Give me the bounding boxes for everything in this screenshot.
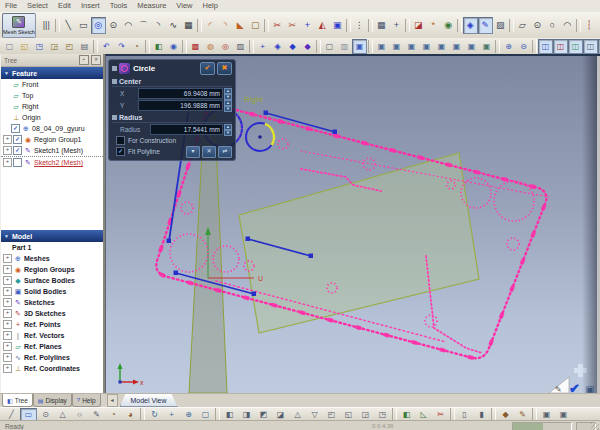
open-file-icon[interactable]: ◱	[17, 39, 32, 54]
more-tools-icon[interactable]: ⋮	[352, 17, 367, 34]
fitted-circle-2[interactable]	[246, 123, 274, 151]
zoom-fit-icon[interactable]: ◆	[285, 39, 300, 54]
show-surfaces-icon[interactable]: ▣	[404, 39, 419, 54]
tree-item-08-04-09-gyuru[interactable]: ✓⊕08_04_09_gyuru	[1, 123, 103, 134]
new-file-icon[interactable]: ▢	[2, 39, 17, 54]
tree-item-region-groups[interactable]: +◉Region Groups	[1, 264, 103, 275]
grid-convert-tool-icon[interactable]: ▦	[181, 17, 196, 34]
wireframe-mode-icon[interactable]: ▢	[322, 39, 337, 54]
fit-circle-tool-icon[interactable]: ⊙	[530, 17, 545, 34]
rectangle-tool-icon[interactable]: ▭	[76, 17, 91, 34]
menu-tools[interactable]: Tools	[105, 0, 133, 12]
center-circle-tool-icon[interactable]: ⊙	[106, 17, 121, 34]
display-mode-icon[interactable]: ◧	[151, 39, 166, 54]
region-filter-icon[interactable]: ◍	[203, 39, 218, 54]
arc-fillet-tool-icon[interactable]: ◝	[218, 17, 233, 34]
trim-tool-icon[interactable]: ✂	[270, 17, 285, 34]
fit-direction-icon[interactable]: ▾	[186, 146, 200, 158]
chamfer-tool-icon[interactable]: ◣	[233, 17, 248, 34]
mesh-filter-icon[interactable]: ▩	[188, 39, 203, 54]
curve-filter-icon[interactable]: ◎	[218, 39, 233, 54]
pencil-icon[interactable]: ✎	[555, 385, 562, 393]
show-mesh-icon[interactable]: ▣	[374, 39, 389, 54]
feature-section-header[interactable]: ▼ Feature	[1, 67, 103, 79]
tree-item-ref-coordinates[interactable]: +⊥Ref. Coordinates	[1, 363, 103, 374]
dynamic-select-icon[interactable]: ▣	[330, 17, 345, 34]
expander-icon[interactable]: +	[3, 146, 12, 155]
tree-panel-titlebar[interactable]: Tree ▪ ✕	[1, 54, 103, 67]
tree-item-solid-bodies[interactable]: +▣Solid Bodies	[1, 286, 103, 297]
expander-icon[interactable]: +	[3, 287, 12, 296]
visibility-checkbox[interactable]: ✓	[11, 124, 20, 133]
expander-icon[interactable]: +	[3, 265, 12, 274]
tree-item-ref-vectors[interactable]: +|Ref. Vectors	[1, 330, 103, 341]
radius-stepper[interactable]: ▲▼	[224, 124, 232, 135]
tree-item-top[interactable]: ▱Top	[1, 90, 103, 101]
tree-item-right[interactable]: ▱Right	[1, 101, 103, 112]
arc-tool-icon[interactable]: ◠	[121, 17, 136, 34]
expander-icon[interactable]: +	[3, 331, 12, 340]
shaded-mode-icon[interactable]: ▣	[352, 39, 367, 54]
selection-mode-icon[interactable]: |||	[39, 17, 54, 34]
zoom-out-icon[interactable]: ⊖	[516, 39, 531, 54]
expander-icon[interactable]: +	[3, 364, 12, 373]
tree-item-ref-planes[interactable]: +▱Ref. Planes	[1, 341, 103, 352]
convert-entities-icon[interactable]: ◪	[411, 17, 426, 34]
menu-help[interactable]: Help	[197, 0, 222, 12]
expander-icon[interactable]: +	[3, 254, 12, 263]
hidden-line-mode-icon[interactable]: ▥	[337, 39, 352, 54]
tree-item-sketch1-mesh-[interactable]: +✓✎Sketch1 (Mesh)	[1, 145, 103, 156]
all-filter-icon[interactable]: ▨	[233, 39, 248, 54]
expander-icon[interactable]: +	[3, 158, 12, 167]
pan-view-icon[interactable]: +	[255, 39, 270, 54]
radius-section-expander-icon[interactable]	[112, 115, 117, 120]
close-panel-icon[interactable]: ✕	[91, 55, 101, 65]
line-tool-icon[interactable]: ╲	[61, 17, 76, 34]
menu-select[interactable]: Select	[22, 0, 53, 12]
fit-polyline-checkbox[interactable]: ✓	[116, 147, 125, 156]
expander-icon[interactable]: +	[3, 276, 12, 285]
expander-icon[interactable]: +	[3, 135, 12, 144]
save-file-icon[interactable]: ◳	[32, 39, 47, 54]
three-point-arc-tool-icon[interactable]: ⌒	[136, 17, 151, 34]
smart-dimension-icon[interactable]: ◉	[441, 17, 456, 34]
expander-icon[interactable]: +	[3, 298, 12, 307]
tree-item-ref-polylines[interactable]: +∿Ref. Polylines	[1, 352, 103, 363]
ellipse-tool-icon[interactable]: ○	[545, 17, 560, 34]
show-planes-icon[interactable]: ▣	[449, 39, 464, 54]
mirror-tool-icon[interactable]: ◭	[315, 17, 330, 34]
move-entities-icon[interactable]: +	[389, 17, 404, 34]
x-stepper[interactable]: ▲▼	[224, 88, 232, 99]
fit-split-icon[interactable]: ✕	[202, 146, 216, 158]
tree-item-ref-points[interactable]: ++Ref. Points	[1, 319, 103, 330]
tree-item-sketch2-mesh-[interactable]: +✎Sketch2 (Mesh)	[1, 156, 103, 168]
visibility-checkbox[interactable]: ✓	[13, 135, 22, 144]
spline-tool-icon[interactable]: ∿	[166, 17, 181, 34]
visibility-checkbox[interactable]	[13, 158, 22, 167]
show-solids-icon[interactable]: ▣	[419, 39, 434, 54]
viewpoint-icon[interactable]: ◉	[166, 39, 181, 54]
sketch-options-icon[interactable]: ▨	[493, 17, 508, 34]
offset-tool-icon[interactable]: ▢	[248, 17, 263, 34]
model-section-header[interactable]: ▼ Model	[1, 230, 103, 242]
undo-icon[interactable]: ↶	[99, 39, 114, 54]
menu-edit[interactable]: Edit	[53, 0, 76, 12]
menu-measure[interactable]: Measure	[132, 0, 171, 12]
extend-tool-icon[interactable]: +	[300, 17, 315, 34]
zoom-window-icon[interactable]: ◆	[300, 39, 315, 54]
menu-insert[interactable]: Insert	[76, 0, 105, 12]
tree-item-region-group1[interactable]: +✓◉Region Group1	[1, 134, 103, 145]
toggle-grid-icon[interactable]: ◫	[538, 39, 553, 54]
tree-item-surface-bodies[interactable]: +◆Surface Bodies	[1, 275, 103, 286]
show-regions-icon[interactable]: ▣	[389, 39, 404, 54]
dialog-expander-icon[interactable]	[112, 66, 117, 71]
fit-arc-tool-icon[interactable]: ◠	[560, 17, 575, 34]
menu-view[interactable]: View	[171, 0, 197, 12]
rebuild-icon[interactable]: ◔	[129, 39, 144, 54]
tree-item-sketches[interactable]: +✎Sketches	[1, 297, 103, 308]
tab-scroll-left-icon[interactable]: ◂	[107, 394, 118, 407]
fillet-tool-icon[interactable]: ◜	[203, 17, 218, 34]
export-icon[interactable]: ◰	[62, 39, 77, 54]
cancel-button[interactable]: ✖	[217, 62, 232, 75]
toggle-background-icon[interactable]: ◫	[583, 39, 598, 54]
